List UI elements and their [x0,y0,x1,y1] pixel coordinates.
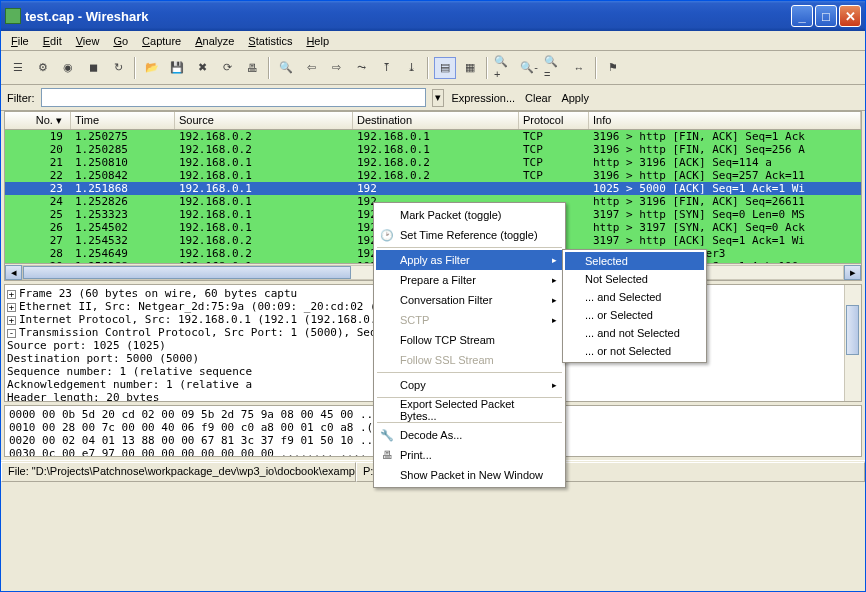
scroll-left-icon[interactable]: ◂ [5,265,22,280]
col-time[interactable]: Time [71,112,175,129]
tb-options-icon[interactable]: ⚙ [32,57,54,79]
menu-view[interactable]: View [70,34,106,48]
filter-expression-button[interactable]: Expression... [450,92,518,104]
filter-bar: Filter: ▾ Expression... Clear Apply [1,85,865,111]
details-vscroll[interactable] [844,285,861,401]
tb-interfaces-icon[interactable]: ☰ [7,57,29,79]
tb-golast-icon[interactable]: ⤓ [400,57,422,79]
menu-capture[interactable]: Capture [136,34,187,48]
menu-edit[interactable]: Edit [37,34,68,48]
menu-go[interactable]: Go [107,34,134,48]
tb-find-icon[interactable]: 🔍 [275,57,297,79]
scroll-thumb[interactable] [23,266,351,279]
tb-capturefilter-icon[interactable]: ⚑ [602,57,624,79]
ctx-follow-ssl: Follow SSL Stream [376,350,563,370]
tb-reload-icon[interactable]: ⟳ [216,57,238,79]
tb-close-icon[interactable]: ✖ [191,57,213,79]
packet-row[interactable]: 191.250275192.168.0.2192.168.0.1TCP3196 … [5,130,861,143]
filter-input[interactable] [41,88,426,107]
wrench-icon: 🔧 [380,428,394,442]
tb-back-icon[interactable]: ⇦ [300,57,322,79]
tb-resize-icon[interactable]: ↔ [568,57,590,79]
scroll-right-icon[interactable]: ▸ [844,265,861,280]
ctx-sctp: SCTP [376,310,563,330]
ctx-mark[interactable]: Mark Packet (toggle) [376,205,563,225]
ctx-prepare-filter[interactable]: Prepare a Filter [376,270,563,290]
minimize-button[interactable]: _ [791,5,813,27]
packet-row[interactable]: 221.250842192.168.0.1192.168.0.2TCP3196 … [5,169,861,182]
clock-icon: 🕑 [380,228,394,242]
maximize-button[interactable]: □ [815,5,837,27]
submenu-item[interactable]: ... and Selected [565,288,704,306]
menu-help[interactable]: Help [300,34,335,48]
submenu-item[interactable]: ... or not Selected [565,342,704,360]
tb-print-icon[interactable]: 🖶 [241,57,263,79]
ctx-conversation-filter[interactable]: Conversation Filter [376,290,563,310]
tb-stop-icon[interactable]: ◼ [82,57,104,79]
ctx-apply-filter[interactable]: Apply as Filter [376,250,563,270]
tb-goto-icon[interactable]: ⤳ [350,57,372,79]
submenu-item[interactable]: ... or Selected [565,306,704,324]
tb-zoom100-icon[interactable]: 🔍= [543,57,565,79]
ctx-export-bytes[interactable]: Export Selected Packet Bytes... [376,400,563,420]
filter-apply-button[interactable]: Apply [559,92,591,104]
close-button[interactable]: ✕ [839,5,861,27]
context-submenu: SelectedNot Selected... and Selected... … [562,249,707,363]
ctx-decode-as[interactable]: 🔧Decode As... [376,425,563,445]
menubar: File Edit View Go Capture Analyze Statis… [1,31,865,51]
col-info[interactable]: Info [589,112,861,129]
col-no[interactable]: No. ▾ [5,112,71,129]
tb-start-icon[interactable]: ◉ [57,57,79,79]
packet-row[interactable]: 211.250810192.168.0.1192.168.0.2TCPhttp … [5,156,861,169]
ctx-timeref[interactable]: 🕑Set Time Reference (toggle) [376,225,563,245]
printer-icon: 🖶 [380,448,394,462]
app-icon [5,8,21,24]
col-dst[interactable]: Destination [353,112,519,129]
ctx-print[interactable]: 🖶Print... [376,445,563,465]
filter-clear-button[interactable]: Clear [523,92,553,104]
tb-zoomout-icon[interactable]: 🔍- [518,57,540,79]
ctx-copy[interactable]: Copy [376,375,563,395]
menu-analyze[interactable]: Analyze [189,34,240,48]
packet-row[interactable]: 201.250285192.168.0.2192.168.0.1TCP3196 … [5,143,861,156]
tb-autoscroll-icon[interactable]: ▦ [459,57,481,79]
menu-statistics[interactable]: Statistics [242,34,298,48]
col-src[interactable]: Source [175,112,353,129]
titlebar: test.cap - Wireshark _ □ ✕ [1,1,865,31]
tb-open-icon[interactable]: 📂 [141,57,163,79]
col-proto[interactable]: Protocol [519,112,589,129]
tb-colorize-icon[interactable]: ▤ [434,57,456,79]
status-file: File: "D:\Projects\Patchnose\workpackage… [1,462,356,482]
packet-list-header: No. ▾ Time Source Destination Protocol I… [5,112,861,130]
tb-gofirst-icon[interactable]: ⤒ [375,57,397,79]
context-menu: Mark Packet (toggle) 🕑Set Time Reference… [373,202,566,488]
menu-file[interactable]: File [5,34,35,48]
submenu-item[interactable]: Not Selected [565,270,704,288]
ctx-show-window[interactable]: Show Packet in New Window [376,465,563,485]
tb-zoomin-icon[interactable]: 🔍+ [493,57,515,79]
filter-label: Filter: [7,92,35,104]
toolbar: ☰ ⚙ ◉ ◼ ↻ 📂 💾 ✖ ⟳ 🖶 🔍 ⇦ ⇨ ⤳ ⤒ ⤓ ▤ ▦ 🔍+ 🔍… [1,51,865,85]
filter-dropdown-icon[interactable]: ▾ [432,89,444,107]
packet-row[interactable]: 231.251868192.168.0.11921025 > 5000 [ACK… [5,182,861,195]
submenu-item[interactable]: ... and not Selected [565,324,704,342]
tb-restart-icon[interactable]: ↻ [107,57,129,79]
ctx-follow-tcp[interactable]: Follow TCP Stream [376,330,563,350]
tb-forward-icon[interactable]: ⇨ [325,57,347,79]
window-title: test.cap - Wireshark [25,9,789,24]
tb-save-icon[interactable]: 💾 [166,57,188,79]
submenu-item[interactable]: Selected [565,252,704,270]
